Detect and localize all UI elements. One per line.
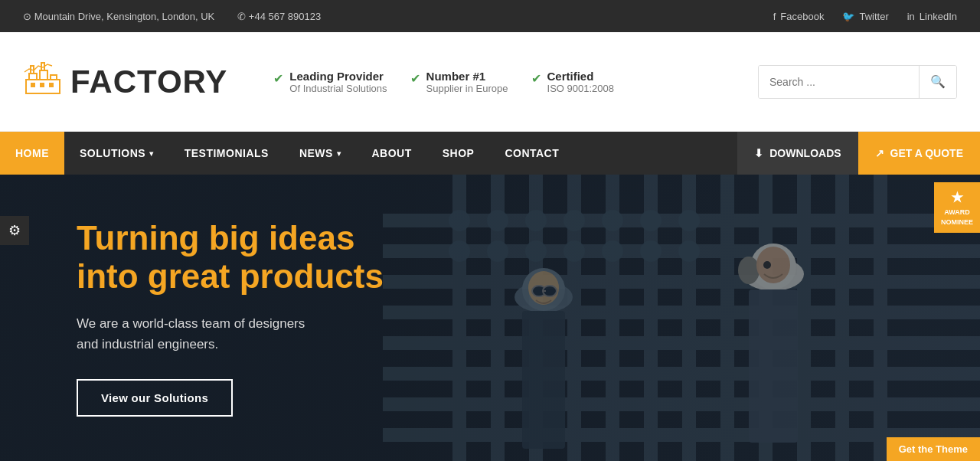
svg-point-34 [487, 240, 508, 262]
svg-point-36 [564, 210, 585, 231]
hero-cta-button[interactable]: View our Solutions [77, 379, 233, 417]
phone-icon: ✆ [237, 11, 246, 22]
site-header: FACTORY ✔ Leading Provider Of Industrial… [0, 32, 980, 132]
search-box[interactable]: 🔍 [758, 65, 957, 99]
svg-point-37 [602, 210, 623, 231]
hero-subtitle: We are a world-class team of designersan… [77, 313, 384, 355]
search-input[interactable] [759, 66, 919, 98]
feature-number1: ✔ Number #1 Supplier in Europe [410, 70, 508, 94]
quote-icon: ↗ [875, 147, 884, 159]
nav-solutions[interactable]: SOLUTIONS ▾ [64, 132, 169, 175]
svg-rect-46 [522, 311, 565, 449]
hero-title: Turning big ideas into great products [77, 219, 384, 296]
svg-rect-8 [40, 83, 44, 87]
linkedin-link[interactable]: in LinkedIn [907, 11, 957, 22]
top-bar: ⊙ Mountain Drive, Kensington, London, UK… [0, 0, 980, 32]
solutions-arrow: ▾ [149, 149, 154, 158]
news-arrow: ▾ [337, 149, 341, 158]
facebook-icon: f [773, 11, 776, 22]
hero-content: Turning big ideas into great products We… [0, 219, 460, 417]
phone-item: ✆ +44 567 890123 [237, 11, 321, 22]
nav-news[interactable]: NEWS ▾ [284, 132, 357, 175]
nav-home[interactable]: HOME [0, 132, 64, 175]
svg-rect-3 [40, 70, 47, 80]
main-nav: HOME SOLUTIONS ▾ TESTIMONIALS NEWS ▾ ABO… [0, 132, 980, 175]
address-item: ⊙ Mountain Drive, Kensington, London, UK [23, 11, 214, 22]
svg-point-32 [525, 210, 547, 231]
twitter-link[interactable]: 🐦 Twitter [842, 11, 888, 22]
check-icon-2: ✔ [410, 71, 420, 86]
location-icon: ⊙ [23, 11, 31, 22]
check-icon-1: ✔ [273, 71, 283, 86]
get-theme-bar[interactable]: Get the Theme [887, 437, 980, 461]
svg-point-42 [640, 240, 662, 262]
search-icon: 🔍 [930, 75, 946, 88]
svg-point-38 [640, 210, 662, 231]
svg-rect-54 [749, 289, 798, 443]
header-features: ✔ Leading Provider Of Industrial Solutio… [227, 70, 758, 94]
logo[interactable]: FACTORY [23, 58, 227, 105]
svg-point-35 [525, 240, 547, 262]
svg-point-40 [564, 240, 585, 262]
nav-get-quote[interactable]: ↗ GET A QUOTE [858, 132, 980, 175]
svg-rect-4 [51, 75, 57, 80]
factory-icon [23, 58, 63, 105]
gear-icon: ⚙ [8, 222, 21, 239]
social-links: f Facebook 🐦 Twitter in LinkedIn [773, 11, 957, 22]
svg-point-31 [487, 210, 508, 231]
svg-rect-7 [31, 83, 35, 87]
download-icon: ⬇ [754, 147, 763, 159]
search-button[interactable]: 🔍 [919, 66, 956, 98]
feature-leading: ✔ Leading Provider Of Industrial Solutio… [273, 70, 387, 94]
check-icon-3: ✔ [531, 71, 541, 86]
nav-shop[interactable]: SHOP [427, 132, 490, 175]
nav-about[interactable]: ABOUT [356, 132, 426, 175]
settings-button[interactable]: ⚙ [0, 216, 29, 245]
nav-contact[interactable]: CONTACT [489, 132, 574, 175]
svg-point-53 [738, 257, 760, 284]
linkedin-icon: in [907, 11, 915, 22]
twitter-icon: 🐦 [842, 11, 854, 22]
svg-rect-2 [29, 74, 37, 80]
award-badge: ★ AWARD NOMINEE [934, 182, 980, 233]
svg-point-41 [602, 240, 623, 262]
svg-point-56 [763, 261, 771, 269]
nav-downloads[interactable]: ⬇ DOWNLOADS [737, 132, 858, 175]
svg-point-39 [678, 210, 700, 231]
logo-text: FACTORY [70, 64, 227, 100]
hero-section: Turning big ideas into great products We… [0, 175, 980, 461]
top-bar-contact: ⊙ Mountain Drive, Kensington, London, UK… [23, 11, 321, 22]
facebook-link[interactable]: f Facebook [773, 11, 825, 22]
feature-certified: ✔ Certified ISO 9001:2008 [531, 70, 614, 94]
award-star: ★ [937, 188, 977, 208]
nav-testimonials[interactable]: TESTIMONIALS [169, 132, 284, 175]
svg-point-43 [678, 240, 700, 262]
svg-rect-9 [49, 83, 54, 87]
